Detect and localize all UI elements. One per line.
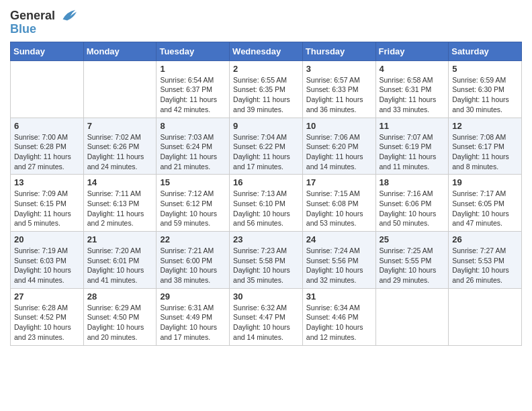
day-number: 3 [306, 64, 372, 74]
week-row-3: 13Sunrise: 7:09 AM Sunset: 6:15 PM Dayli… [11, 175, 522, 232]
day-info: Sunrise: 7:21 AM Sunset: 6:00 PM Dayligh… [160, 246, 226, 285]
logo: General Blue [10, 7, 77, 36]
day-cell: 1Sunrise: 6:54 AM Sunset: 6:37 PM Daylig… [157, 60, 230, 118]
day-cell: 8Sunrise: 7:03 AM Sunset: 6:24 PM Daylig… [157, 118, 230, 175]
day-info: Sunrise: 7:23 AM Sunset: 5:58 PM Dayligh… [233, 246, 299, 285]
weekday-header-saturday: Saturday [449, 42, 522, 60]
day-number: 17 [306, 177, 372, 187]
day-info: Sunrise: 6:57 AM Sunset: 6:33 PM Dayligh… [306, 75, 372, 115]
day-number: 22 [160, 234, 226, 244]
day-cell: 2Sunrise: 6:55 AM Sunset: 6:35 PM Daylig… [230, 60, 303, 118]
day-info: Sunrise: 6:59 AM Sunset: 6:30 PM Dayligh… [452, 75, 518, 115]
day-cell: 28Sunrise: 6:29 AM Sunset: 4:50 PM Dayli… [83, 288, 157, 345]
day-info: Sunrise: 6:31 AM Sunset: 4:49 PM Dayligh… [160, 303, 226, 342]
week-row-1: 1Sunrise: 6:54 AM Sunset: 6:37 PM Daylig… [11, 60, 522, 118]
day-info: Sunrise: 7:20 AM Sunset: 6:01 PM Dayligh… [87, 246, 153, 285]
day-cell: 23Sunrise: 7:23 AM Sunset: 5:58 PM Dayli… [230, 232, 303, 289]
day-info: Sunrise: 7:12 AM Sunset: 6:12 PM Dayligh… [160, 189, 226, 228]
day-cell: 15Sunrise: 7:12 AM Sunset: 6:12 PM Dayli… [157, 175, 230, 232]
weekday-header-sunday: Sunday [11, 42, 84, 60]
day-cell: 13Sunrise: 7:09 AM Sunset: 6:15 PM Dayli… [11, 175, 84, 232]
day-cell: 4Sunrise: 6:58 AM Sunset: 6:31 PM Daylig… [375, 60, 449, 118]
day-info: Sunrise: 6:34 AM Sunset: 4:46 PM Dayligh… [306, 303, 372, 342]
day-cell: 12Sunrise: 7:08 AM Sunset: 6:17 PM Dayli… [449, 118, 522, 175]
weekday-header-tuesday: Tuesday [157, 42, 230, 60]
day-info: Sunrise: 6:54 AM Sunset: 6:37 PM Dayligh… [160, 75, 226, 115]
day-cell: 24Sunrise: 7:24 AM Sunset: 5:56 PM Dayli… [302, 232, 375, 289]
day-info: Sunrise: 6:32 AM Sunset: 4:47 PM Dayligh… [233, 303, 299, 342]
day-number: 16 [233, 177, 299, 187]
day-cell [449, 288, 522, 345]
day-number: 1 [160, 64, 226, 74]
day-number: 4 [380, 64, 445, 74]
day-cell: 31Sunrise: 6:34 AM Sunset: 4:46 PM Dayli… [302, 288, 375, 345]
day-cell [11, 60, 84, 118]
day-info: Sunrise: 7:27 AM Sunset: 5:53 PM Dayligh… [452, 246, 518, 285]
day-info: Sunrise: 7:15 AM Sunset: 6:08 PM Dayligh… [306, 189, 372, 228]
day-cell: 14Sunrise: 7:11 AM Sunset: 6:13 PM Dayli… [83, 175, 157, 232]
day-cell: 11Sunrise: 7:07 AM Sunset: 6:19 PM Dayli… [375, 118, 449, 175]
day-info: Sunrise: 7:16 AM Sunset: 6:06 PM Dayligh… [380, 189, 445, 228]
day-number: 28 [87, 291, 153, 302]
day-cell: 7Sunrise: 7:02 AM Sunset: 6:26 PM Daylig… [83, 118, 157, 175]
day-info: Sunrise: 7:02 AM Sunset: 6:26 PM Dayligh… [87, 132, 153, 172]
day-cell: 9Sunrise: 7:04 AM Sunset: 6:22 PM Daylig… [230, 118, 303, 175]
weekday-header-monday: Monday [83, 42, 157, 60]
calendar-table: SundayMondayTuesdayWednesdayThursdayFrid… [10, 42, 522, 346]
day-number: 26 [452, 234, 518, 244]
day-number: 21 [87, 234, 153, 244]
day-number: 30 [233, 291, 299, 302]
day-cell [375, 288, 449, 345]
day-cell: 10Sunrise: 7:06 AM Sunset: 6:20 PM Dayli… [302, 118, 375, 175]
day-number: 19 [452, 177, 518, 187]
day-number: 29 [160, 291, 226, 302]
day-info: Sunrise: 7:09 AM Sunset: 6:15 PM Dayligh… [14, 189, 80, 228]
day-cell: 6Sunrise: 7:00 AM Sunset: 6:28 PM Daylig… [11, 118, 84, 175]
day-info: Sunrise: 7:17 AM Sunset: 6:05 PM Dayligh… [452, 189, 518, 228]
day-number: 9 [233, 121, 299, 131]
week-row-2: 6Sunrise: 7:00 AM Sunset: 6:28 PM Daylig… [11, 118, 522, 175]
day-cell: 18Sunrise: 7:16 AM Sunset: 6:06 PM Dayli… [375, 175, 449, 232]
day-info: Sunrise: 7:08 AM Sunset: 6:17 PM Dayligh… [452, 132, 518, 172]
day-info: Sunrise: 6:58 AM Sunset: 6:31 PM Dayligh… [380, 75, 445, 115]
day-info: Sunrise: 7:00 AM Sunset: 6:28 PM Dayligh… [14, 132, 80, 172]
week-row-5: 27Sunrise: 6:28 AM Sunset: 4:52 PM Dayli… [11, 288, 522, 345]
day-info: Sunrise: 7:07 AM Sunset: 6:19 PM Dayligh… [380, 132, 445, 172]
day-number: 5 [452, 64, 518, 74]
day-number: 11 [380, 121, 445, 131]
day-cell: 3Sunrise: 6:57 AM Sunset: 6:33 PM Daylig… [302, 60, 375, 118]
day-info: Sunrise: 6:28 AM Sunset: 4:52 PM Dayligh… [14, 303, 80, 342]
day-number: 20 [14, 234, 80, 244]
day-number: 13 [14, 177, 80, 187]
day-cell: 20Sunrise: 7:19 AM Sunset: 6:03 PM Dayli… [11, 232, 84, 289]
day-number: 12 [452, 121, 518, 131]
day-info: Sunrise: 7:06 AM Sunset: 6:20 PM Dayligh… [306, 132, 372, 172]
day-cell: 26Sunrise: 7:27 AM Sunset: 5:53 PM Dayli… [449, 232, 522, 289]
day-cell: 25Sunrise: 7:25 AM Sunset: 5:55 PM Dayli… [375, 232, 449, 289]
day-info: Sunrise: 7:11 AM Sunset: 6:13 PM Dayligh… [87, 189, 153, 228]
day-number: 24 [306, 234, 372, 244]
day-number: 31 [306, 291, 372, 302]
day-number: 25 [380, 234, 445, 244]
day-info: Sunrise: 7:13 AM Sunset: 6:10 PM Dayligh… [233, 189, 299, 228]
day-cell: 21Sunrise: 7:20 AM Sunset: 6:01 PM Dayli… [83, 232, 157, 289]
day-number: 23 [233, 234, 299, 244]
day-info: Sunrise: 7:24 AM Sunset: 5:56 PM Dayligh… [306, 246, 372, 285]
day-info: Sunrise: 6:29 AM Sunset: 4:50 PM Dayligh… [87, 303, 153, 342]
day-number: 10 [306, 121, 372, 131]
day-info: Sunrise: 7:04 AM Sunset: 6:22 PM Dayligh… [233, 132, 299, 172]
day-number: 8 [160, 121, 226, 131]
day-number: 15 [160, 177, 226, 187]
logo-bird-icon [58, 7, 77, 26]
weekday-header-thursday: Thursday [302, 42, 375, 60]
day-cell: 19Sunrise: 7:17 AM Sunset: 6:05 PM Dayli… [449, 175, 522, 232]
day-number: 18 [380, 177, 445, 187]
day-info: Sunrise: 7:25 AM Sunset: 5:55 PM Dayligh… [380, 246, 445, 285]
day-cell: 17Sunrise: 7:15 AM Sunset: 6:08 PM Dayli… [302, 175, 375, 232]
day-cell: 27Sunrise: 6:28 AM Sunset: 4:52 PM Dayli… [11, 288, 84, 345]
day-cell [83, 60, 157, 118]
day-info: Sunrise: 6:55 AM Sunset: 6:35 PM Dayligh… [233, 75, 299, 115]
day-info: Sunrise: 7:03 AM Sunset: 6:24 PM Dayligh… [160, 132, 226, 172]
day-info: Sunrise: 7:19 AM Sunset: 6:03 PM Dayligh… [14, 246, 80, 285]
day-number: 14 [87, 177, 153, 187]
